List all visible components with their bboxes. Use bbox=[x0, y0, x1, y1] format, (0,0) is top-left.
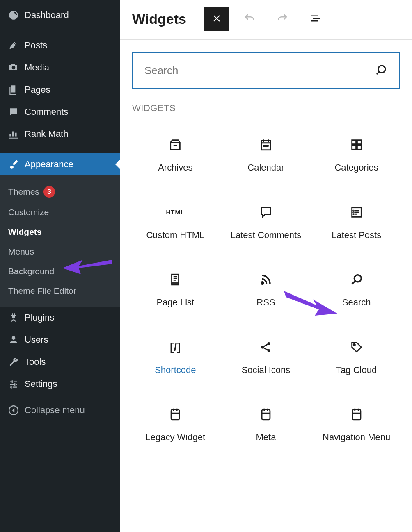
widget-navigation-menu[interactable]: Navigation Menu bbox=[313, 400, 400, 451]
widget-latest-comments[interactable]: Latest Comments bbox=[223, 198, 309, 249]
widget-label: Latest Posts bbox=[332, 230, 381, 241]
svg-point-4 bbox=[266, 145, 267, 146]
svg-point-1 bbox=[378, 66, 386, 73]
widgets-section-label: WIDGETS bbox=[132, 103, 400, 114]
sidebar-item-label: Comments bbox=[25, 107, 68, 117]
widget-social-icons[interactable]: Social Icons bbox=[223, 332, 309, 384]
sidebar-item-tools[interactable]: Tools bbox=[0, 351, 120, 373]
html-icon: HTML bbox=[168, 205, 183, 220]
widget-page-list[interactable]: Page List bbox=[132, 265, 219, 316]
widget-custom-html[interactable]: HTML Custom HTML bbox=[132, 198, 219, 249]
archive-icon bbox=[168, 137, 183, 152]
widget-meta[interactable]: Meta bbox=[223, 400, 309, 451]
sidebar-item-media[interactable]: Media bbox=[0, 57, 120, 79]
sidebar-item-plugins[interactable]: Plugins bbox=[0, 307, 120, 329]
search-box bbox=[132, 52, 400, 89]
sidebar-item-rank-math[interactable]: Rank Math bbox=[0, 123, 120, 145]
tag-icon bbox=[349, 340, 364, 355]
widget-label: Categories bbox=[334, 162, 378, 174]
svg-point-16 bbox=[354, 275, 361, 282]
search-input[interactable] bbox=[144, 64, 375, 77]
submenu-menus[interactable]: Menus bbox=[0, 242, 120, 261]
meta-icon bbox=[259, 407, 273, 422]
svg-point-15 bbox=[261, 282, 264, 284]
calendar-icon bbox=[259, 137, 273, 152]
camera-icon bbox=[8, 62, 25, 73]
editor-topbar: Widgets bbox=[120, 0, 412, 40]
widget-legacy-widget[interactable]: Legacy Widget bbox=[132, 400, 219, 451]
dashboard-icon bbox=[8, 10, 25, 20]
svg-rect-9 bbox=[357, 145, 361, 149]
submenu-theme-file-editor[interactable]: Theme File Editor bbox=[0, 281, 120, 301]
sidebar-item-comments[interactable]: Comments bbox=[0, 101, 120, 123]
collapse-icon bbox=[8, 405, 25, 416]
widget-tag-cloud[interactable]: Tag Cloud bbox=[313, 332, 400, 384]
widget-shortcode[interactable]: [/] Shortcode bbox=[132, 332, 219, 384]
widget-search[interactable]: Search bbox=[313, 265, 400, 316]
search-magnify-icon bbox=[349, 272, 364, 287]
close-icon bbox=[211, 13, 222, 25]
sidebar-item-label: Media bbox=[25, 62, 49, 73]
svg-rect-6 bbox=[352, 140, 356, 144]
widget-label: Latest Comments bbox=[231, 230, 301, 241]
widget-label: Navigation Menu bbox=[323, 432, 390, 443]
widget-label: Custom HTML bbox=[146, 230, 204, 241]
collapse-label: Collapse menu bbox=[25, 405, 85, 416]
page-title: Widgets bbox=[132, 11, 186, 27]
submenu-themes[interactable]: Themes 3 bbox=[0, 181, 120, 202]
pin-icon bbox=[8, 40, 25, 51]
sliders-icon bbox=[8, 379, 25, 389]
widget-rss[interactable]: RSS bbox=[223, 265, 309, 316]
widget-label: Search bbox=[342, 297, 371, 309]
svg-rect-21 bbox=[171, 410, 179, 420]
sidebar-item-label: Rank Math bbox=[25, 129, 68, 139]
inserter-panel: WIDGETS Archives Calendar Categories bbox=[120, 40, 412, 463]
widget-label: RSS bbox=[256, 297, 275, 309]
shortcode-icon: [/] bbox=[168, 340, 183, 355]
svg-point-3 bbox=[263, 145, 265, 146]
redo-button[interactable] bbox=[270, 7, 295, 31]
svg-point-11 bbox=[353, 210, 353, 211]
sidebar-item-users[interactable]: Users bbox=[0, 329, 120, 351]
sidebar-item-dashboard[interactable]: Dashboard bbox=[0, 4, 120, 26]
sidebar-item-appearance[interactable]: Appearance bbox=[0, 153, 120, 175]
sidebar-item-label: Dashboard bbox=[25, 10, 69, 20]
submenu-label: Themes bbox=[8, 187, 39, 197]
sidebar-item-label: Appearance bbox=[25, 159, 73, 170]
admin-sidebar: Dashboard Posts Media Pages Comments Ran… bbox=[0, 0, 120, 532]
list-view-button[interactable] bbox=[303, 7, 327, 31]
submenu-customize[interactable]: Customize bbox=[0, 202, 120, 222]
widget-calendar[interactable]: Calendar bbox=[223, 130, 309, 181]
comment-bubble-icon bbox=[259, 205, 273, 220]
widget-categories[interactable]: Categories bbox=[313, 130, 400, 181]
submenu-background[interactable]: Background bbox=[0, 261, 120, 281]
widget-latest-posts[interactable]: Latest Posts bbox=[313, 198, 400, 249]
svg-rect-7 bbox=[357, 140, 361, 144]
submenu-label: Customize bbox=[8, 207, 49, 217]
widget-label: Meta bbox=[256, 432, 276, 443]
plug-icon bbox=[8, 312, 25, 323]
undo-icon bbox=[243, 12, 256, 26]
user-icon bbox=[8, 334, 25, 345]
rss-icon bbox=[259, 272, 273, 287]
grid-icon bbox=[349, 137, 364, 152]
collapse-menu-button[interactable]: Collapse menu bbox=[0, 399, 120, 421]
submenu-label: Background bbox=[8, 266, 54, 276]
sidebar-item-pages[interactable]: Pages bbox=[0, 79, 120, 101]
sidebar-item-settings[interactable]: Settings bbox=[0, 373, 120, 395]
widget-label: Tag Cloud bbox=[336, 364, 377, 376]
close-inserter-button[interactable] bbox=[204, 7, 229, 31]
pages-icon bbox=[8, 84, 25, 95]
list-view-icon bbox=[309, 12, 321, 26]
submenu-widgets[interactable]: Widgets bbox=[0, 222, 120, 242]
sidebar-item-label: Pages bbox=[25, 84, 50, 95]
submenu-label: Theme File Editor bbox=[8, 286, 76, 296]
themes-badge: 3 bbox=[43, 186, 55, 198]
widget-archives[interactable]: Archives bbox=[132, 130, 219, 181]
widget-label: Legacy Widget bbox=[146, 432, 206, 443]
svg-rect-8 bbox=[352, 145, 356, 149]
sidebar-item-posts[interactable]: Posts bbox=[0, 34, 120, 57]
widget-label: Social Icons bbox=[242, 364, 291, 376]
undo-button[interactable] bbox=[237, 7, 262, 31]
share-icon bbox=[259, 340, 273, 355]
